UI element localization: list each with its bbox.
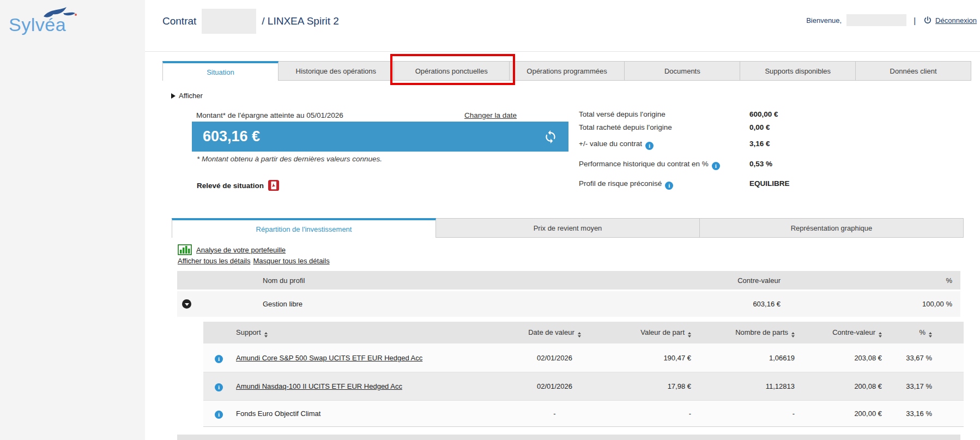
col-pct: % [781,276,960,285]
sub-tabs: Répartition de l'investissement Prix de … [172,218,964,238]
summary-label: +/- value du contrat [579,140,642,148]
info-icon[interactable] [215,383,223,391]
sort-icon[interactable] [879,332,882,337]
sort-icon[interactable] [578,332,581,337]
summary-label: Performance historique du contrat en % [579,160,709,168]
support-units: - [692,409,796,418]
tab-historique-des-operations[interactable]: Historique des opérations [279,61,394,81]
col-valeur-de-part[interactable]: Valeur de part [591,328,692,337]
summary-row: +/- value du contrat 3,16 € [579,139,960,150]
summary-value: 3,16 € [749,139,770,148]
tab-operations-ponctuelles[interactable]: Opérations ponctuelles [394,61,510,81]
contract-summary: Total versé depuis l'origine 600,00 € To… [579,110,960,190]
detail-links: Afficher tous les détails Masquer tous l… [178,257,330,265]
amount-note: * Montant obtenu à partir des dernières … [197,155,382,163]
support-link[interactable]: Amundi Nasdaq-100 II UCITS ETF EUR Hedge… [236,382,402,390]
brand-logo: Sylvéa [9,7,85,39]
info-icon[interactable] [215,355,223,363]
summary-value: 600,00 € [749,110,778,119]
summary-label: Profil de risque préconisé [579,179,662,188]
col-pct[interactable]: % [883,328,964,337]
change-date-link[interactable]: Changer la date [464,111,517,119]
support-row: Amundi Core S&P 500 Swap UCITS ETF EUR H… [203,343,964,372]
afficher-toggle[interactable]: Afficher [171,92,203,100]
redacted-user-name [846,14,906,26]
tab-donnees-client[interactable]: Données client [856,61,971,81]
sort-icon[interactable] [929,332,932,337]
support-pct: 33,67 % [883,354,964,362]
sort-icon[interactable] [791,332,795,337]
subtab-representation-graphique[interactable]: Représentation graphique [700,218,964,238]
info-icon[interactable] [712,162,720,170]
sort-icon[interactable] [264,332,268,337]
support-pct: 33,16 % [883,409,964,418]
support-unit-value: 190,47 € [591,354,692,362]
contract-name: / LINXEA Spirit 2 [262,15,339,27]
profile-value: 603,16 € [562,300,781,308]
logout-label[interactable]: Déconnexion [935,16,977,25]
info-icon[interactable] [665,182,673,190]
support-row: Fonds Euro Objectif Climat - - - 200,00 … [203,400,964,426]
tab-situation[interactable]: Situation [162,61,279,81]
col-nom-du-profil: Nom du profil [262,276,562,285]
info-icon[interactable] [215,411,223,419]
collapse-toggle-icon[interactable] [182,299,191,309]
col-contre-valeur[interactable]: Contre-valeur [796,328,883,337]
contract-title: Contrat / LINXEA Spirit 2 [162,7,339,35]
profile-row: Gestion libre 603,16 € 100,00 % [177,291,960,317]
tab-operations-programmees[interactable]: Opérations programmées [510,61,625,81]
profile-table: Nom du profil Contre-valeur % Gestion li… [177,271,960,317]
power-icon[interactable] [923,15,933,25]
col-nombre-de-parts[interactable]: Nombre de parts [692,328,796,337]
show-all-details-link[interactable]: Afficher tous les détails [178,257,250,265]
collapsed-arrow-icon [171,93,176,99]
summary-value: 0,53 % [749,159,772,168]
pdf-icon[interactable] [268,179,280,191]
support-units: 11,12813 [692,382,796,390]
next-row-strip [177,435,960,440]
page: Sylvéa Contrat / LINXEA Spirit 2 Bienven… [0,0,980,440]
summary-row: Total racheté depuis l'origine 0,00 € [579,123,960,132]
bar-chart-icon[interactable] [178,244,192,255]
user-area: Bienvenue, | Déconnexion [806,14,977,26]
refresh-icon[interactable] [543,130,558,144]
summary-value: EQUILIBRE [749,179,790,188]
support-link[interactable]: Amundi Core S&P 500 Swap UCITS ETF EUR H… [236,354,422,362]
redacted-contract-number [202,9,256,34]
sidebar: Sylvéa [0,0,145,440]
support-date: 02/01/2026 [518,354,591,362]
hide-all-details-link[interactable]: Masquer tous les détails [253,257,329,265]
amount-label: Montant* de l'épargne atteinte au 05/01/… [196,111,343,119]
analyse-portefeuille-link[interactable]: Analyse de votre portefeuille [196,246,286,254]
col-support[interactable]: Support [234,328,518,337]
sort-icon[interactable] [688,332,691,337]
support-table: Support Date de valeur Valeur de part No… [203,322,964,427]
support-value: 203,08 € [796,354,883,362]
amount-bar: 603,16 € [192,122,568,152]
support-pct: 33,17 % [883,382,964,390]
separator: | [914,16,916,25]
tab-supports-disponibles[interactable]: Supports disponibles [740,61,856,81]
col-contre-valeur: Contre-valeur [562,276,781,285]
afficher-label: Afficher [179,92,203,100]
amount-value: 603,16 € [203,128,260,145]
summary-row: Profil de risque préconisé EQUILIBRE [579,179,960,190]
col-date-de-valeur[interactable]: Date de valeur [518,328,591,337]
summary-row: Performance historique du contrat en % 0… [579,159,960,170]
profile-pct: 100,00 % [781,300,960,308]
summary-row: Total versé depuis l'origine 600,00 € [579,110,960,119]
subtab-repartition[interactable]: Répartition de l'investissement [172,218,436,238]
support-value: 200,08 € [796,382,883,390]
summary-label: Total versé depuis l'origine [579,110,666,118]
logout-link[interactable]: Déconnexion [923,15,977,25]
info-icon[interactable] [645,142,654,150]
profile-name: Gestion libre [262,300,562,308]
tab-documents[interactable]: Documents [625,61,740,81]
subtab-prix-de-revient[interactable]: Prix de revient moyen [436,218,700,238]
support-date: - [518,409,591,418]
statement-row: Relevé de situation [197,179,280,191]
support-date: 02/01/2026 [518,382,591,390]
support-table-header: Support Date de valeur Valeur de part No… [203,322,964,343]
summary-label: Total racheté depuis l'origine [579,123,672,131]
support-unit-value: 17,98 € [591,382,692,390]
